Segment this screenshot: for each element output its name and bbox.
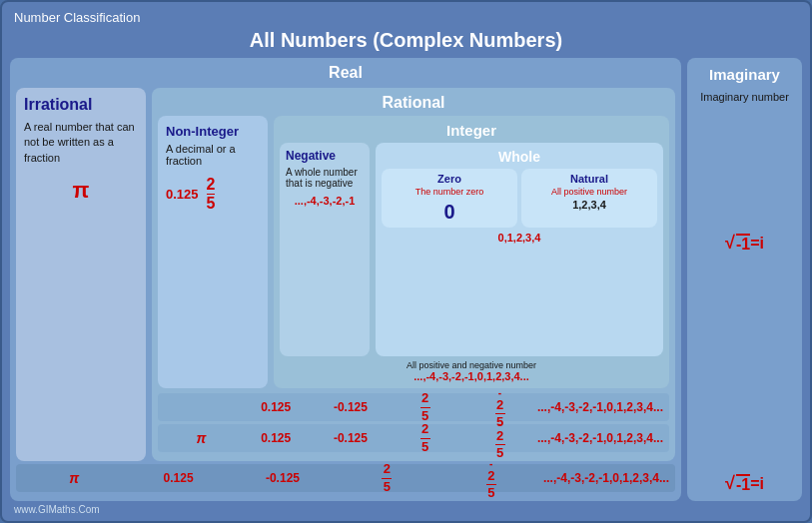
row1-frac1: 2 5 [388,391,462,423]
row1-fraction1: 2 5 [420,391,430,423]
row2-val2: -0.125 [314,431,389,445]
irrational-box: Irrational A real number that can not be… [16,88,146,461]
content-row: Real Irrational A real number that can n… [10,58,802,501]
rational-inner: Non-Integer A decimal or a fraction 0.12… [158,116,669,388]
rational-section: Rational Non-Integer A decimal or a frac… [152,88,675,461]
negative-box: Negative A whole number that is negative… [280,143,370,356]
real-inner: Irrational A real number that can not be… [16,88,675,461]
non-integer-title: Non-Integer [166,124,260,139]
sqrt-symbol-top: √ [725,234,735,252]
real-title: Real [16,64,675,82]
row2-frac1-den: 5 [421,440,428,454]
integer-section: Integer Negative A whole number that is … [274,116,669,388]
row2-val1: 0.125 [239,431,314,445]
negative-desc: A whole number that is negative [286,167,364,189]
row3-frac1: 2 5 [335,462,438,494]
main-container: Number Classification All Numbers (Compl… [0,0,812,523]
row3-frac1-den: 5 [384,480,391,494]
row3-frac1-num: 2 [384,462,391,476]
non-integer-fraction: 2 5 [207,177,216,212]
imaginary-section: Imaginary Imaginary number √ -1 =i √ -1 … [687,58,802,501]
imaginary-desc: Imaginary number [700,91,789,103]
row3-val1: 0.125 [126,471,230,485]
row1-frac1-num: 2 [421,391,428,405]
integer-bottom-examples: ...,-4,-3,-2,-1,0,1,2,3,4... [280,370,663,382]
integer-bottom: All positive and negative number ...,-4,… [280,360,663,382]
zero-box: Zero The number zero 0 [382,169,517,228]
zero-desc: The number zero [386,187,513,197]
non-integer-val1: 0.125 [166,187,199,202]
irrational-pi: π [24,178,138,204]
row2-frac2-num: 2 [496,429,503,443]
row2-frac1: 2 5 [388,422,462,454]
row3-fraction2: - 2 5 [486,458,496,501]
sqrt-wrapper-top: √ -1 [725,234,750,253]
sqrt-wrapper-bottom: √ -1 [725,474,750,493]
row2-frac2: - 2 5 [462,416,537,461]
sqrt-content-bottom: -1 [736,474,750,493]
imaginary-title: Imaginary [709,66,780,83]
non-integer-desc: A decimal or a fraction [166,143,260,167]
row1-frac2-num: 2 [496,398,503,412]
equals-i-top: =i [750,235,764,252]
real-bottom-rows: 0.125 -0.125 2 5 [158,393,669,455]
natural-box: Natural All positive number 1,2,3,4 [521,169,657,228]
row1-examples: ...,-4,-3,-2,-1,0,1,2,3,4... [537,400,663,414]
natural-desc: All positive number [525,187,653,197]
row2-fraction2: - 2 5 [495,418,505,461]
natural-title: Natural [525,173,653,185]
row3-fraction1: 2 5 [382,462,392,494]
imaginary-formula-top: √ -1 =i [725,234,764,253]
negative-title: Negative [286,149,364,163]
sqrt-symbol-bottom: √ [725,474,735,492]
title-bar: Number Classification [10,10,802,25]
zero-value: 0 [386,201,513,224]
main-title: All Numbers (Complex Numbers) [10,29,802,52]
row1-val2: -0.125 [314,400,389,414]
row3-examples: ...,-4,-3,-2,-1,0,1,2,3,4... [543,471,669,485]
data-row-3: π 0.125 -0.125 2 5 - 2 5 [16,464,675,492]
natural-examples: 1,2,3,4 [525,199,653,211]
row2-pi: π [164,430,239,446]
integer-bottom-text: All positive and negative number [280,360,663,370]
row3-pi: π [22,470,126,486]
row3-frac2-den: 5 [487,486,494,500]
whole-inner: Zero The number zero 0 Natural All posit… [382,169,657,228]
whole-section: Whole Zero The number zero 0 N [376,143,663,356]
row3-frac2: - 2 5 [439,456,543,501]
fraction-denominator: 5 [207,196,216,212]
real-section: Real Irrational A real number that can n… [10,58,681,501]
irrational-desc: A real number that can not be written as… [24,120,138,166]
imaginary-formula-bottom: √ -1 =i [725,474,764,493]
row1-val1: 0.125 [239,400,314,414]
data-row-2: π 0.125 -0.125 2 5 [158,424,669,452]
website-label: www.GIMaths.Com [14,504,100,515]
row3-val2: -0.125 [231,471,335,485]
app-title: Number Classification [14,10,140,25]
non-integer-examples: 0.125 2 5 [166,177,260,212]
sqrt-content-top: -1 [736,234,750,253]
row2-fraction1: 2 5 [420,422,430,454]
row2-examples: ...,-4,-3,-2,-1,0,1,2,3,4... [537,431,663,445]
negative-examples: ...,-4,-3,-2,-1 [286,195,364,207]
integer-inner: Negative A whole number that is negative… [280,143,663,356]
non-integer-box: Non-Integer A decimal or a fraction 0.12… [158,116,268,388]
row3-frac2-num: 2 [487,469,494,483]
zero-title: Zero [386,173,513,185]
integer-title: Integer [280,122,663,139]
row2-frac1-num: 2 [421,422,428,436]
fraction-numerator: 2 [207,177,216,193]
equals-i-bottom: =i [750,475,764,492]
rational-title: Rational [158,94,669,112]
whole-examples: 0,1,2,3,4 [382,232,657,244]
data-row-1: 0.125 -0.125 2 5 [158,393,669,421]
whole-title: Whole [382,149,657,165]
irrational-title: Irrational [24,96,138,114]
